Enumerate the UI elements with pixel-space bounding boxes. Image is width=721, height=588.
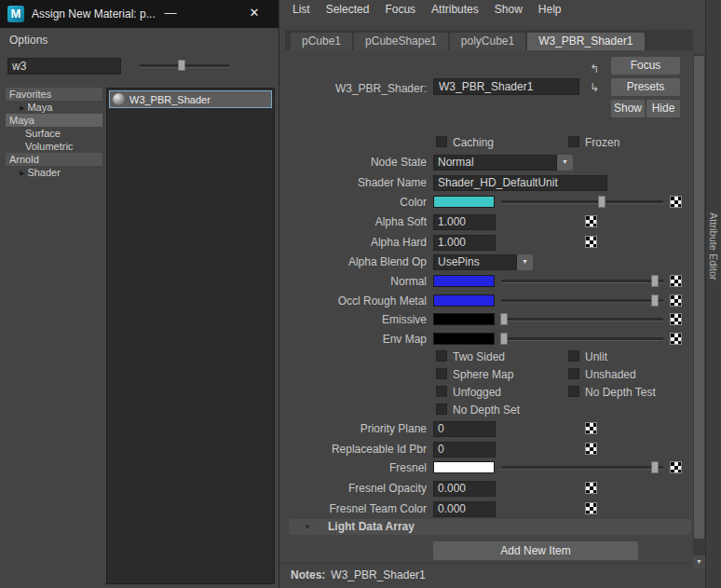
shader-name-label: Shader Name [279,176,427,189]
tab-polycube1[interactable]: polyCube1 [450,33,525,50]
no-depth-set-checkbox[interactable] [436,403,447,415]
fresnel-team-color-field[interactable]: 0.000 [433,501,496,517]
slider-handle[interactable] [500,313,508,325]
minimize-button[interactable]: — [155,0,186,28]
tab-pcubeshape1[interactable]: pCubeShape1 [354,33,448,50]
unshaded-checkbox[interactable] [568,368,579,379]
env-map-slider[interactable] [501,333,663,345]
scroll-down-icon[interactable]: ▼ [693,555,705,568]
sphere-map-checkbox[interactable] [436,368,447,379]
menu-focus[interactable]: Focus [385,3,415,16]
color-map-button[interactable] [670,196,682,208]
occl-rough-metal-map-button[interactable] [670,294,682,307]
attribute-scrollbar[interactable]: ▼ [693,54,705,568]
tree-item-shader[interactable]: ▶Shader [6,166,102,179]
tree-item-favorites[interactable]: Favorites [6,88,102,101]
shader-name-field[interactable]: Shader_HD_DefaultUnit [433,175,607,191]
menu-attributes[interactable]: Attributes [431,3,479,16]
fresnel-slider[interactable] [501,461,663,473]
slider-handle[interactable] [651,461,659,473]
alpha-soft-field[interactable]: 1.000 [433,214,496,230]
slider-track[interactable] [501,280,663,282]
node-state-dropdown-arrow-icon[interactable]: ▼ [557,155,573,171]
priority-plane-map-button[interactable] [585,422,597,434]
alpha-blend-op-label: Alpha Blend Op [279,255,427,268]
node-name-field[interactable]: W3_PBR_Shader1 [433,78,579,95]
node-state-dropdown[interactable]: Normal [433,155,557,171]
material-item-w3-pbr-shader[interactable]: W3_PBR_Shader [109,90,272,108]
normal-map-button[interactable] [670,275,682,287]
fresnel-opacity-map-button[interactable] [585,482,597,494]
tree-item-maya-favorite[interactable]: ▶Maya [6,101,102,114]
fresnel-map-button[interactable] [670,461,682,473]
env-map-map-button[interactable] [670,333,682,345]
unfogged-checkbox[interactable] [436,386,447,397]
presets-button[interactable]: Presets [611,78,680,96]
material-category-tree: Favorites ▶Maya Maya Surface Volumetric … [6,88,102,584]
env-map-swatch[interactable] [433,333,495,345]
replaceable-id-pbr-map-button[interactable] [585,443,597,455]
slider-handle[interactable] [500,333,508,345]
fresnel-team-color-map-button[interactable] [585,502,597,514]
focus-button[interactable]: Focus [611,57,680,75]
caching-label: Caching [453,136,494,149]
swatch-size-slider[interactable] [140,59,229,72]
input-connections-icon[interactable]: ↰ [584,62,605,77]
add-new-item-button[interactable]: Add New Item [433,541,638,560]
alpha-blend-op-dropdown[interactable]: UsePins [433,254,517,270]
slider-track[interactable] [501,466,663,469]
alpha-blend-dropdown-arrow-icon[interactable]: ▼ [517,254,533,270]
priority-plane-field[interactable]: 0 [433,421,496,437]
occl-rough-metal-slider[interactable] [501,294,663,307]
hide-button[interactable]: Hide [646,100,680,117]
alpha-soft-map-button[interactable] [585,215,597,227]
slider-handle[interactable] [598,196,605,208]
two-sided-checkbox[interactable] [436,350,447,362]
menu-list[interactable]: List [292,3,310,16]
tree-item-surface[interactable]: Surface [6,127,102,140]
caching-checkbox[interactable] [436,136,447,147]
tree-item-label: Maya [27,102,52,113]
replaceable-id-pbr-field[interactable]: 0 [433,442,496,458]
slider-track[interactable] [501,318,663,321]
normal-slider[interactable] [501,275,663,287]
menu-show[interactable]: Show [495,3,523,16]
slider-handle[interactable] [178,60,185,71]
light-data-array-section-header[interactable]: ▼ Light Data Array [289,519,691,535]
fresnel-swatch[interactable] [433,461,495,473]
emissive-swatch[interactable] [433,313,495,325]
attribute-editor-vertical-tab[interactable]: Attribute Editor [708,212,719,280]
emissive-map-button[interactable] [670,313,682,325]
occl-rough-metal-swatch[interactable] [433,294,495,307]
alpha-hard-map-button[interactable] [585,236,597,248]
color-swatch[interactable] [433,196,495,208]
tab-w3-pbr-shader1[interactable]: W3_PBR_Shader1 [527,33,644,50]
fresnel-opacity-field[interactable]: 0.000 [433,481,496,497]
alpha-hard-field[interactable]: 1.000 [433,235,496,251]
normal-swatch[interactable] [433,275,495,287]
options-menu[interactable]: Options [9,34,48,47]
slider-track[interactable] [501,200,663,203]
slider-track[interactable] [501,337,663,340]
output-connections-icon[interactable]: ↳ [584,81,605,96]
notes-value[interactable]: W3_PBR_Shader1 [331,568,425,581]
slider-handle[interactable] [651,294,659,307]
slider-track[interactable] [501,299,663,302]
unlit-checkbox[interactable] [568,350,579,362]
tab-pcube1[interactable]: pCube1 [291,33,352,50]
no-depth-test-checkbox[interactable] [568,386,579,397]
menu-help[interactable]: Help [538,3,562,16]
frozen-checkbox[interactable] [568,136,579,147]
tree-item-arnold[interactable]: Arnold [6,153,102,166]
tree-item-volumetric[interactable]: Volumetric [6,140,102,153]
emissive-slider[interactable] [501,313,663,325]
tree-item-maya[interactable]: Maya [6,114,102,127]
close-button[interactable]: ✕ [236,0,273,28]
scrollbar-thumb[interactable] [694,56,704,539]
slider-handle[interactable] [651,275,659,287]
show-button[interactable]: Show [611,100,645,117]
search-input[interactable] [7,58,121,75]
menu-selected[interactable]: Selected [326,3,370,16]
right-edge-panel-strip: Attribute Editor [705,0,721,588]
color-slider[interactable] [501,196,663,208]
